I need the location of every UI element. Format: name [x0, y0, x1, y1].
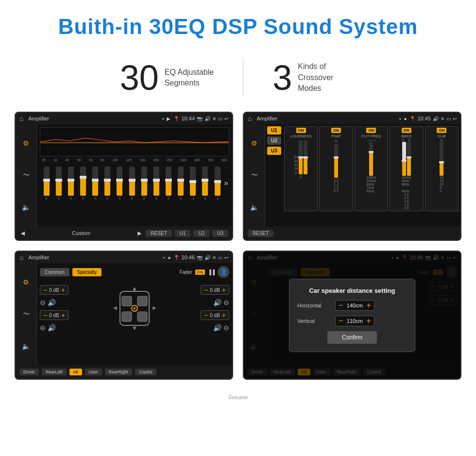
screen-specialty: ⌂ Amplifier ▪ ● 📍 10:46 📷 🔊 ✕ ▭ ↩ ⚙ 〜 🔈: [15, 251, 233, 380]
sp-main: Common Specialty Fader ON ▐▐ 👤 − 0 dB +: [37, 263, 232, 365]
eq-slider-9[interactable]: 0: [151, 167, 162, 200]
bass-track2[interactable]: [407, 142, 411, 176]
expand-icon[interactable]: »: [224, 179, 228, 187]
u1-button[interactable]: U1: [175, 230, 191, 237]
status-icons-eq: 📍 10:44 📷 🔊 ✕ ▭ ↩: [173, 116, 228, 121]
common-mode-button[interactable]: Common: [40, 268, 69, 276]
sp-title: Amplifier: [26, 254, 160, 260]
eq-slider-12[interactable]: -1: [187, 167, 199, 200]
next-icon[interactable]: ►: [136, 229, 143, 237]
bl-plus-btn[interactable]: +: [61, 312, 65, 319]
freq-100: 100: [112, 158, 118, 162]
eq-freq-labels: 25 32 40 50 63 80 100 125 160 200 250 32…: [40, 158, 229, 162]
sp-wave-icon[interactable]: 〜: [23, 310, 30, 319]
page-header: Buith-in 30EQ DSP Sound System: [0, 0, 476, 49]
br-db-val: 0 dB: [210, 313, 220, 318]
u2-button[interactable]: U2: [193, 230, 209, 237]
screenshots-grid: ⌂ Amplifier ▪ ▶ 📍 10:44 📷 🔊 ✕ ▭ ↩ ⚙ 〜 🔈: [0, 112, 476, 394]
cx-speaker-icon[interactable]: 🔈: [250, 203, 258, 211]
sp-loc-icon: 📍: [173, 255, 179, 260]
eq-slider-5[interactable]: 0: [102, 167, 113, 200]
horizontal-minus[interactable]: −: [339, 302, 343, 309]
cx-back-icon[interactable]: ↩: [453, 116, 457, 121]
eq-slider-2[interactable]: 0: [65, 167, 76, 200]
specialty-mode-button[interactable]: Specialty: [72, 268, 102, 276]
screen-eq: ⌂ Amplifier ▪ ▶ 📍 10:44 📷 🔊 ✕ ▭ ↩ ⚙ 〜 🔈: [15, 112, 233, 241]
u2-preset[interactable]: U2: [267, 136, 281, 145]
cutfreq-on[interactable]: ON: [366, 128, 376, 133]
sp-screen-icon: ▭: [218, 255, 222, 260]
loudness-track2[interactable]: [304, 140, 307, 174]
prev-icon[interactable]: ◄: [19, 229, 26, 237]
eq-slider-11[interactable]: 0: [175, 167, 187, 200]
tl-db-val: 0 dB: [49, 287, 59, 293]
u3-preset[interactable]: U3: [267, 147, 281, 155]
tl-minus-btn[interactable]: −: [43, 287, 47, 293]
eq-slider-7[interactable]: 0: [126, 167, 137, 200]
br-plus-btn[interactable]: +: [222, 312, 226, 319]
sp-back-icon[interactable]: ↩: [224, 255, 228, 260]
eq-slider-13[interactable]: 0: [200, 167, 211, 200]
eq-time: 10:44: [181, 116, 195, 121]
driver-button[interactable]: Driver: [19, 369, 39, 375]
freq-25: 25: [42, 158, 46, 162]
eq-icon-active[interactable]: ⚙: [23, 139, 29, 147]
waveform-icon[interactable]: 〜: [23, 171, 30, 180]
reset-button[interactable]: RESET: [146, 230, 171, 237]
eq-slider-1[interactable]: 0: [53, 167, 64, 200]
eq-slider-8[interactable]: 0: [138, 167, 150, 200]
phat-track[interactable]: [334, 144, 338, 178]
loudness-on[interactable]: ON: [296, 128, 306, 133]
sub-on[interactable]: ON: [437, 128, 446, 133]
fader-ctrl: ▐▐: [208, 270, 215, 275]
tr-minus-btn[interactable]: −: [204, 287, 208, 293]
close-icon: ✕: [212, 116, 216, 121]
stats-row: 30 EQ AdjustableSegments 3 Kinds ofCross…: [0, 49, 476, 112]
phat-on[interactable]: ON: [331, 128, 341, 133]
eq-slider-10[interactable]: 0: [163, 167, 174, 200]
tl-plus-btn[interactable]: +: [61, 287, 65, 293]
bl-minus-btn[interactable]: −: [43, 312, 47, 319]
br-minus-btn[interactable]: −: [204, 312, 208, 319]
tr-plus-btn[interactable]: +: [222, 287, 226, 293]
cx-top: U1 U2 U3 ON LOUDNESS 64: [267, 126, 459, 211]
bass-on[interactable]: ON: [402, 128, 411, 133]
eq-slider-6[interactable]: 0: [114, 167, 125, 200]
eq-slider-14[interactable]: -1: [212, 167, 223, 200]
eq-slider-3[interactable]: 5: [77, 167, 88, 200]
loudness-sliders: 64 48 32 16 0: [294, 140, 308, 174]
speaker-icon[interactable]: 🔈: [22, 203, 30, 211]
avatar-button[interactable]: 👤: [218, 266, 229, 278]
cx-home-icon[interactable]: ⌂: [248, 115, 252, 122]
confirm-button[interactable]: Confirm: [327, 331, 377, 344]
cx-eq-icon[interactable]: ⚙: [251, 139, 257, 147]
back-icon[interactable]: ↩: [224, 116, 228, 121]
loudness-track1[interactable]: [299, 140, 303, 174]
svg-text:◄: ◄: [112, 304, 118, 311]
eq-slider-4[interactable]: 0: [90, 167, 101, 200]
page-title: Buith-in 30EQ DSP Sound System: [10, 15, 466, 39]
horizontal-plus[interactable]: +: [366, 302, 371, 309]
sp-home-icon[interactable]: ⌂: [19, 253, 23, 261]
sp-eq-icon[interactable]: ⚙: [23, 278, 29, 286]
sp-speaker-icon[interactable]: 🔈: [22, 342, 30, 350]
cx-phat: ON PHAT G 3.02.11.30.5: [319, 126, 353, 211]
watermark-text: Seicane: [228, 394, 248, 400]
cx-reset-button[interactable]: RESET: [248, 230, 273, 237]
cx-wave-icon[interactable]: 〜: [251, 171, 258, 180]
horizontal-row: Horizontal − 140cm +: [297, 300, 407, 311]
u1-preset[interactable]: U1: [267, 126, 281, 135]
u3-button[interactable]: U3: [212, 230, 228, 237]
sp-volume-icon: 🔊: [204, 255, 210, 260]
status-bar-eq: ⌂ Amplifier ▪ ▶ 📍 10:44 📷 🔊 ✕ ▭ ↩: [16, 113, 232, 124]
vertical-minus[interactable]: −: [339, 317, 343, 325]
sp-right-controls: − 0 dB + 🔊 ⊖ − 0 dB +: [201, 285, 229, 332]
vertical-plus[interactable]: +: [366, 317, 371, 325]
sp-controls-grid: − 0 dB + ⊖ 🔊 − 0 dB +: [40, 282, 229, 380]
sub-track[interactable]: [440, 142, 443, 176]
eq-slider-0[interactable]: 0: [41, 167, 52, 200]
home-icon[interactable]: ⌂: [19, 115, 23, 122]
bass-track1[interactable]: [402, 142, 406, 176]
cutfreq-track[interactable]: [369, 142, 373, 176]
sp-close-icon: ✕: [212, 255, 216, 260]
